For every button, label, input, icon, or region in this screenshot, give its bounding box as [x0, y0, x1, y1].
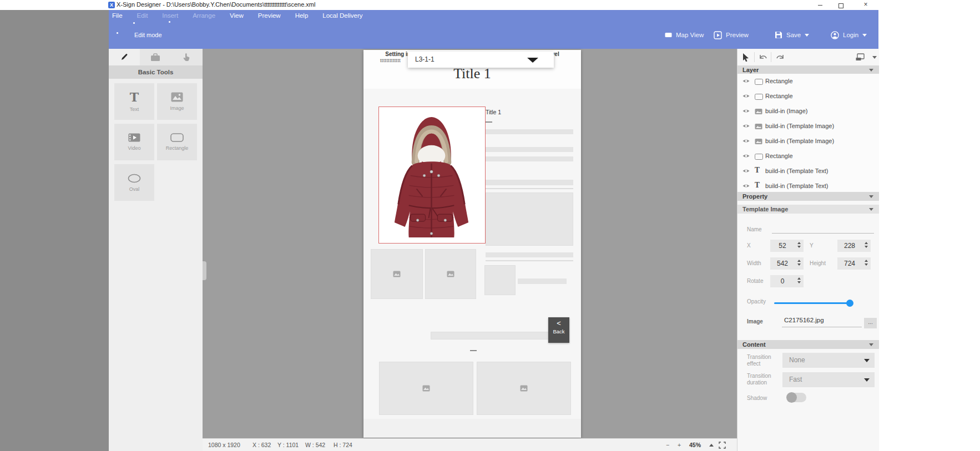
zoom-out-button[interactable]: − — [666, 442, 669, 448]
zoom-level[interactable]: 45% — [689, 442, 701, 448]
preview-button[interactable]: Preview — [714, 29, 749, 40]
placeholder-box[interactable] — [484, 265, 516, 295]
tool-text[interactable]: T Text — [114, 83, 154, 120]
placeholder-bar[interactable] — [486, 180, 573, 185]
collapse-caret[interactable] — [869, 69, 873, 72]
y-stepper[interactable] — [837, 240, 871, 252]
menu-help[interactable]: Help — [295, 12, 309, 21]
placeholder-bar[interactable] — [486, 147, 573, 152]
divider-dash[interactable] — [486, 121, 492, 123]
minimize-button[interactable] — [812, 0, 829, 9]
eye-icon[interactable] — [742, 183, 750, 189]
height-stepper[interactable] — [837, 257, 871, 270]
layer-row[interactable]: build-in (Image) — [737, 104, 879, 119]
placeholder-line[interactable] — [486, 260, 573, 261]
tab-design-tools[interactable] — [109, 49, 140, 65]
y-input[interactable] — [837, 240, 862, 252]
layer-section-header[interactable]: Layer — [737, 65, 879, 74]
placeholder-line[interactable] — [486, 188, 573, 189]
eye-icon[interactable] — [742, 78, 750, 84]
selected-template-image[interactable] — [378, 107, 486, 244]
save-button[interactable]: Save — [775, 29, 809, 40]
shadow-toggle[interactable] — [787, 393, 806, 402]
tool-rectangle[interactable]: Rectangle — [157, 124, 197, 160]
page-selector[interactable]: L3-1-1 — [408, 52, 554, 68]
tab-widgets[interactable] — [140, 49, 171, 65]
layer-row[interactable]: Rectangle — [737, 89, 879, 104]
placeholder-bar[interactable] — [518, 278, 567, 284]
placeholder-bar[interactable] — [486, 252, 573, 257]
eye-icon[interactable] — [742, 153, 750, 159]
height-input[interactable] — [837, 257, 862, 270]
item-title-text[interactable]: Title 1 — [486, 109, 501, 115]
shadow-toggle-knob[interactable] — [786, 392, 797, 403]
width-input[interactable] — [770, 257, 795, 270]
eye-icon[interactable] — [742, 123, 750, 129]
image-placeholder[interactable] — [477, 362, 571, 415]
menu-local-delivery[interactable]: Local Delivery — [322, 12, 362, 21]
property-section-header[interactable]: Property — [737, 192, 879, 201]
undo-icon[interactable] — [759, 53, 768, 61]
layer-row[interactable]: build-in (Template Image) — [737, 134, 879, 149]
save-dropdown-caret[interactable] — [805, 34, 809, 37]
x-stepper[interactable] — [770, 240, 804, 252]
redo-icon[interactable] — [775, 53, 785, 61]
menu-view[interactable]: View — [230, 12, 244, 21]
template-image-subheader[interactable]: Template Image — [737, 205, 879, 214]
placeholder-bar[interactable] — [486, 129, 573, 134]
placeholder-box[interactable] — [486, 192, 573, 246]
opacity-slider[interactable] — [774, 302, 851, 304]
login-dropdown-caret[interactable] — [862, 34, 867, 37]
map-view-button[interactable]: Map View — [665, 29, 704, 40]
fit-screen-icon[interactable] — [719, 442, 726, 449]
arrange-icon[interactable] — [856, 53, 865, 61]
image-placeholder[interactable] — [371, 249, 423, 299]
layer-row[interactable]: T build-in (Template Text) — [737, 164, 879, 179]
page-title[interactable]: Title 1 — [363, 65, 581, 82]
x-input[interactable] — [770, 240, 795, 252]
menu-file[interactable]: File — [112, 12, 123, 21]
image-placeholder[interactable] — [425, 249, 476, 299]
menu-preview[interactable]: Preview — [258, 12, 281, 21]
restore-button[interactable] — [832, 0, 849, 9]
tool-oval[interactable]: Oval — [114, 164, 154, 201]
divider-dash[interactable] — [470, 350, 477, 351]
back-button[interactable]: < Back — [548, 317, 569, 343]
panel-collapse-handle[interactable] — [203, 261, 206, 280]
collapse-statusbar-icon[interactable] — [709, 444, 714, 447]
stepper-arrows[interactable] — [797, 260, 801, 266]
collapse-caret[interactable] — [869, 343, 873, 346]
content-section-header[interactable]: Content — [737, 340, 879, 349]
zoom-in-button[interactable]: + — [678, 442, 681, 448]
eye-icon[interactable] — [742, 108, 750, 114]
transition-duration-select[interactable]: Fast — [782, 372, 875, 387]
eye-icon[interactable] — [742, 168, 750, 174]
eye-icon[interactable] — [742, 93, 750, 99]
placeholder-bar[interactable] — [486, 156, 573, 161]
transition-effect-select[interactable]: None — [782, 353, 875, 368]
browse-image-button[interactable]: ... — [864, 318, 877, 328]
close-button[interactable]: × — [857, 0, 874, 9]
collapse-caret[interactable] — [869, 208, 873, 211]
arrange-dropdown-caret[interactable] — [872, 56, 877, 59]
stepper-arrows[interactable] — [865, 242, 868, 248]
login-button[interactable]: Login — [831, 29, 867, 40]
design-page[interactable]: Setting in this Page will apply to all s… — [363, 50, 581, 438]
collapse-caret[interactable] — [869, 195, 873, 198]
rotate-stepper[interactable] — [770, 275, 804, 287]
name-input[interactable] — [772, 222, 874, 234]
opacity-slider-thumb[interactable] — [846, 300, 853, 307]
stepper-arrows[interactable] — [797, 277, 801, 283]
stepper-arrows[interactable] — [797, 242, 801, 248]
image-filename[interactable]: C2175162.jpg — [784, 317, 824, 323]
layer-row[interactable]: build-in (Template Image) — [737, 119, 879, 134]
layer-row[interactable]: T build-in (Template Text) — [737, 179, 879, 192]
tool-image[interactable]: Image — [157, 83, 197, 120]
tool-video[interactable]: Video — [114, 124, 154, 160]
pointer-icon[interactable] — [742, 53, 750, 62]
image-placeholder[interactable] — [379, 362, 473, 415]
tab-interaction[interactable] — [171, 49, 202, 65]
eye-icon[interactable] — [742, 138, 750, 144]
stepper-arrows[interactable] — [865, 260, 868, 266]
width-stepper[interactable] — [770, 257, 804, 270]
